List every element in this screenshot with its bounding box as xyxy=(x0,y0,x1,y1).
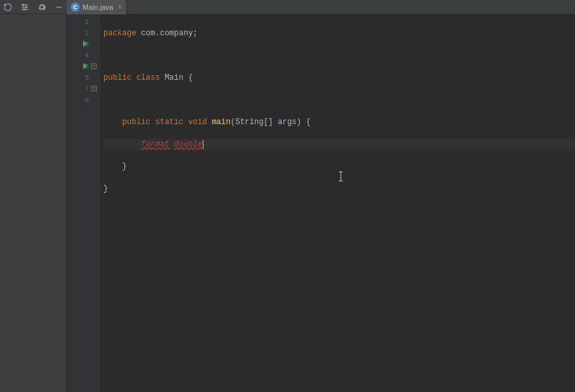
code-editor[interactable]: 1 2 3 4 5− 6 7− 8 package com.company; p… xyxy=(67,14,575,392)
main-area: 1 2 3 4 5− 6 7− 8 package com.company; p… xyxy=(0,14,575,392)
tab-filename: Main.java xyxy=(82,3,113,11)
line-number: 3 xyxy=(67,39,89,50)
reload-icon[interactable] xyxy=(3,2,13,12)
svg-point-3 xyxy=(23,4,24,5)
code-area[interactable]: package com.company; public class Main {… xyxy=(101,14,575,392)
line-number: 1 xyxy=(67,17,89,28)
text-caret xyxy=(203,140,203,149)
code-line: public static void main(String[] args) { xyxy=(103,117,575,128)
fold-toggle-icon[interactable]: − xyxy=(91,63,97,69)
sliders-icon[interactable] xyxy=(20,2,30,12)
class-file-icon-letter: C xyxy=(73,4,78,10)
line-number: 4 xyxy=(67,50,89,61)
code-line xyxy=(103,95,575,106)
code-line: } xyxy=(103,184,575,195)
code-line-current: format double xyxy=(103,139,575,150)
code-line: package com.company; xyxy=(103,28,575,39)
close-icon[interactable]: × xyxy=(118,3,122,12)
line-number-gutter: 1 2 3 4 5− 6 7− 8 xyxy=(67,14,101,392)
run-gutter-icon[interactable] xyxy=(83,63,88,69)
minus-icon[interactable] xyxy=(54,2,64,12)
line-number: 2 xyxy=(67,28,89,39)
code-line: public class Main { xyxy=(103,73,575,84)
line-number: 5− xyxy=(67,61,89,73)
code-line xyxy=(103,50,575,61)
gear-icon[interactable] xyxy=(37,2,47,12)
class-file-icon: C xyxy=(71,3,80,12)
line-number: 7− xyxy=(67,84,89,95)
line-number: 8 xyxy=(67,95,89,106)
svg-point-4 xyxy=(26,6,27,7)
svg-point-6 xyxy=(41,6,43,8)
text-cursor-icon xyxy=(338,148,375,204)
fold-toggle-icon[interactable]: − xyxy=(91,86,97,91)
run-gutter-icon[interactable] xyxy=(83,41,88,47)
code-line: } xyxy=(103,161,575,172)
svg-point-5 xyxy=(24,8,25,10)
line-number: 6 xyxy=(67,73,89,84)
editor-tabs: C Main.java × xyxy=(67,0,127,14)
left-sidebar xyxy=(0,14,67,392)
tab-main-java[interactable]: C Main.java × xyxy=(67,0,127,14)
